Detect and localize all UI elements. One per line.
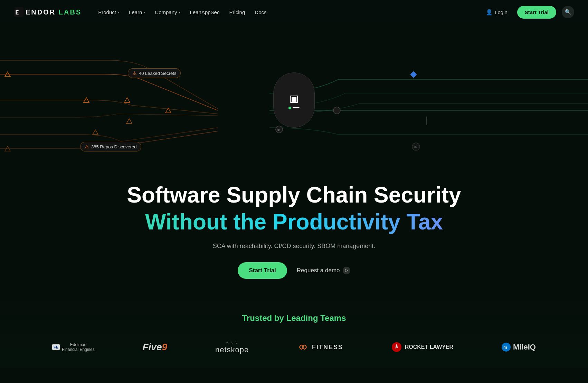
mileiq-icon: m: [501, 342, 511, 352]
endor-dot-line: [288, 107, 300, 109]
hero-subtitle: SCA with reachability. CI/CD security. S…: [14, 243, 574, 250]
logos-row: FE EdelmanFinancial Engines Five9 ∿∿∿ ne…: [52, 340, 536, 354]
logo-text: ENDOR LABS: [26, 8, 82, 16]
warning-icon: ⚠: [132, 70, 137, 76]
login-button[interactable]: 👤 Login: [482, 7, 512, 18]
svg-text:E: E: [15, 9, 19, 16]
chevron-down-icon: ▾: [179, 10, 180, 14]
start-trial-nav-button[interactable]: Start Trial: [517, 6, 556, 19]
trusted-section: Trusted by Leading Teams FE EdelmanFinan…: [0, 293, 588, 368]
edelman-badge: FE: [52, 344, 60, 350]
rocket-lawyer-logo: ROCKET LAWYER: [391, 342, 453, 353]
mileiq-logo: m MileIQ: [501, 342, 536, 352]
nav-leanappsec[interactable]: LeanAppSec: [186, 7, 224, 18]
ab-fitness-icon: [297, 341, 309, 353]
hero-cta: Start Trial Request a demo ▷: [14, 262, 574, 279]
request-demo-link[interactable]: Request a demo ▷: [297, 267, 350, 274]
warning-icon: ⚠: [85, 144, 89, 149]
chevron-down-icon: ▾: [117, 10, 119, 14]
endor-e-icon: ▣: [290, 91, 298, 105]
trusted-title: Trusted by Leading Teams: [14, 313, 574, 323]
chevron-down-icon: ▾: [143, 10, 145, 14]
edelman-logo: FE EdelmanFinancial Engines: [52, 342, 95, 352]
svg-text:m: m: [503, 345, 507, 350]
hero-diagram: ⊛ ⊛ ▣ ⚠ 40 Leaked Secrets ⚠ 385 Repos Di…: [0, 24, 588, 176]
white-bar: [293, 107, 300, 108]
logo-icon: E: [14, 7, 23, 17]
nav-right: 👤 Login Start Trial 🔍: [482, 6, 574, 19]
svg-point-21: [396, 345, 398, 347]
leaked-secrets-badge: ⚠ 40 Leaked Secrets: [128, 68, 181, 78]
nav-left: E ENDOR LABS Product ▾ Learn ▾ Company ▾…: [14, 7, 271, 18]
rocket-icon: [391, 342, 402, 353]
hero-text-section: Software Supply Chain Security Without t…: [0, 176, 588, 293]
repos-discovered-badge: ⚠ 385 Repos Discovered: [80, 142, 141, 151]
ab-fitness-logo: FITNESS: [297, 341, 343, 353]
hero-title-line1: Software Supply Chain Security: [14, 183, 574, 207]
nav-product[interactable]: Product ▾: [94, 7, 123, 18]
nav-learn[interactable]: Learn ▾: [125, 7, 149, 18]
nav-links: Product ▾ Learn ▾ Company ▾ LeanAppSec P…: [94, 7, 271, 18]
green-dot: [288, 107, 291, 109]
user-icon: 👤: [486, 9, 493, 16]
nav-pricing[interactable]: Pricing: [225, 7, 249, 18]
endor-logo: ▣: [273, 72, 315, 128]
logo[interactable]: E ENDOR LABS: [14, 7, 82, 17]
search-icon: 🔍: [565, 9, 571, 15]
nav-company[interactable]: Company ▾: [151, 7, 184, 18]
start-trial-button[interactable]: Start Trial: [238, 262, 287, 279]
navbar: E ENDOR LABS Product ▾ Learn ▾ Company ▾…: [0, 0, 588, 24]
search-button[interactable]: 🔍: [562, 6, 574, 18]
arrow-icon: ▷: [343, 267, 350, 274]
five9-logo: Five9: [143, 342, 168, 353]
netskope-logo: ∿∿∿ netskope: [215, 340, 249, 354]
nav-docs[interactable]: Docs: [250, 7, 271, 18]
hero-title-line2: Without the Productivity Tax: [14, 210, 574, 234]
